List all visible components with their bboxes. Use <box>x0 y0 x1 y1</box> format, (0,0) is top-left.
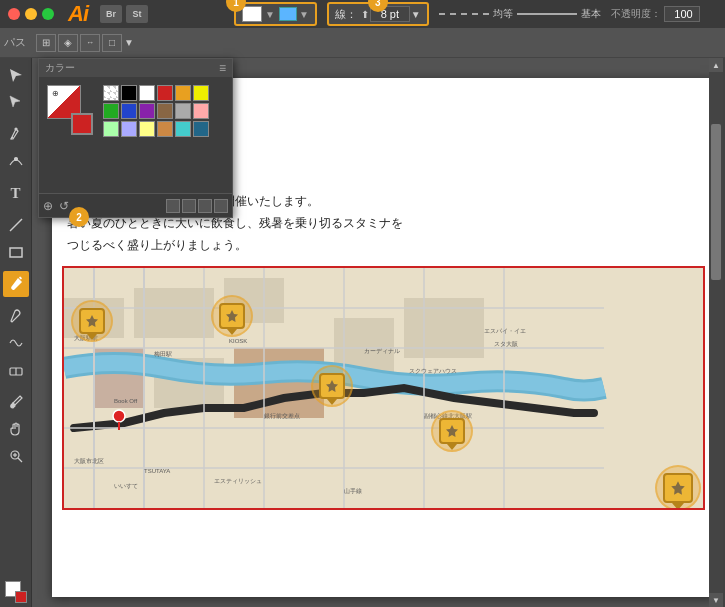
title-bar-icons: Br St <box>100 5 148 23</box>
view-dropdown[interactable]: ▼ <box>124 37 134 48</box>
hand-tool[interactable] <box>3 416 29 442</box>
swatches-title: カラー <box>45 61 75 75</box>
swatch-light-yellow[interactable] <box>139 121 155 137</box>
rect-tool[interactable] <box>3 239 29 265</box>
fill-stroke-indicator[interactable] <box>5 581 27 603</box>
select-tool[interactable] <box>3 62 29 88</box>
view-btn-3[interactable]: ↔ <box>80 34 100 52</box>
svg-text:大阪市北区: 大阪市北区 <box>74 457 104 464</box>
paintbrush-tool[interactable] <box>3 271 29 297</box>
scroll-track[interactable] <box>709 72 723 593</box>
svg-text:いいすて: いいすて <box>114 483 138 490</box>
map-pin-5[interactable] <box>663 473 693 503</box>
map-streets: 大阪駅前 梅田駅 Book Off KIOSK 銀行前交差点 カーディナル スク… <box>64 268 703 508</box>
swatch-brown[interactable] <box>157 103 173 119</box>
svg-point-1 <box>14 158 17 161</box>
expand-arrow: ▼ <box>265 9 275 20</box>
view-icons: ⊞ ◈ ↔ □ ▼ <box>36 34 134 52</box>
swatch-black[interactable] <box>121 85 137 101</box>
color-boxes <box>5 581 27 603</box>
type-icon: T <box>10 185 20 202</box>
swatch-light-blue[interactable] <box>121 121 137 137</box>
map-pin-1[interactable] <box>79 308 105 334</box>
swatch-list-icon[interactable] <box>182 199 196 213</box>
svg-rect-4 <box>18 276 22 280</box>
stroke-swatch[interactable] <box>71 113 93 135</box>
stroke-up[interactable]: ⬆ <box>361 9 369 20</box>
svg-text:エスパイ・イエ: エスパイ・イエ <box>484 328 526 334</box>
opacity-value[interactable]: 100 <box>664 6 700 22</box>
swatch-delete-icon[interactable] <box>214 199 228 213</box>
title-bar: Ai Br St 1 ▼ ▼ 3 線： ⬆ 8 pt ▼ 均等 基本 不透明度： <box>0 0 725 28</box>
pin-callout-5 <box>655 465 701 508</box>
vertical-scrollbar: ▲ ▼ <box>711 58 725 607</box>
eyedropper-tool[interactable] <box>3 389 29 415</box>
curvature-tool[interactable] <box>3 148 29 174</box>
pen-tool[interactable] <box>3 121 29 147</box>
align-label: 均等 <box>493 7 513 21</box>
swatch-tan[interactable] <box>157 121 173 137</box>
scroll-down-arrow[interactable]: ▼ <box>709 593 723 607</box>
app-logo: Ai <box>68 1 88 27</box>
map-pin-3[interactable] <box>319 373 345 399</box>
view-btn-2[interactable]: ◈ <box>58 34 78 52</box>
svg-text:KIOSK: KIOSK <box>229 338 247 344</box>
svg-line-8 <box>18 458 22 462</box>
badge-2: 2 <box>69 207 89 227</box>
swatch-cyan[interactable] <box>175 121 191 137</box>
left-toolbar: T <box>0 58 32 607</box>
svg-text:TSUTAYA: TSUTAYA <box>144 468 170 474</box>
swatch-gray[interactable] <box>175 103 191 119</box>
map-pin-2[interactable] <box>219 303 245 329</box>
stroke-dropdown-arrow[interactable]: ▼ <box>411 9 421 20</box>
swatch-purple[interactable] <box>139 103 155 119</box>
traffic-lights <box>8 8 54 20</box>
scroll-thumb[interactable] <box>711 124 721 280</box>
scroll-up-arrow[interactable]: ▲ <box>709 58 723 72</box>
eraser-tool[interactable] <box>3 357 29 383</box>
stroke-indicator <box>15 591 27 603</box>
stock-icon[interactable]: St <box>126 5 148 23</box>
swatch-green[interactable] <box>103 103 119 119</box>
svg-point-46 <box>113 410 125 422</box>
map-container: 大阪駅前 梅田駅 Book Off KIOSK 銀行前交差点 カーディナル スク… <box>62 266 705 510</box>
smooth-tool[interactable] <box>3 330 29 356</box>
swatches-menu-icon[interactable]: ≡ <box>219 61 226 75</box>
swatch-list <box>103 85 224 137</box>
maximize-button[interactable] <box>42 8 54 20</box>
swatch-none[interactable] <box>103 85 119 101</box>
view-btn-1[interactable]: ⊞ <box>36 34 56 52</box>
swatch-teal[interactable] <box>193 121 209 137</box>
stroke-color-box[interactable] <box>279 7 297 21</box>
line-tool[interactable] <box>3 212 29 238</box>
type-tool[interactable]: T <box>3 180 29 206</box>
minimize-button[interactable] <box>25 8 37 20</box>
view-btn-4[interactable]: □ <box>102 34 122 52</box>
zoom-tool[interactable] <box>3 443 29 469</box>
swatch-red[interactable] <box>157 85 173 101</box>
swatch-folder2-icon[interactable] <box>198 199 212 213</box>
swatch-light-green[interactable] <box>103 121 119 137</box>
swatch-white[interactable] <box>139 85 155 101</box>
map-pin-4[interactable] <box>439 418 465 444</box>
swatch-new-icon[interactable]: ⊕ <box>43 199 53 213</box>
fill-stroke-stack: ⊕ <box>47 85 97 135</box>
swatch-pink[interactable] <box>193 103 209 119</box>
close-button[interactable] <box>8 8 20 20</box>
swatch-blue[interactable] <box>121 103 137 119</box>
swatches-content: ⊕ <box>39 77 232 145</box>
svg-rect-13 <box>134 288 214 338</box>
swatch-yellow[interactable] <box>193 85 209 101</box>
bridge-icon[interactable]: Br <box>100 5 122 23</box>
solid-line-preview <box>517 13 577 15</box>
swatch-folder-icon[interactable]: ↺ <box>59 199 69 213</box>
swatch-orange[interactable] <box>175 85 191 101</box>
pencil-tool[interactable] <box>3 303 29 329</box>
direct-select-tool[interactable] <box>3 89 29 115</box>
dash-line-preview <box>439 13 489 15</box>
stroke-swatch-white[interactable] <box>242 6 262 22</box>
swatch-small-icon[interactable] <box>166 199 180 213</box>
svg-rect-19 <box>404 298 484 358</box>
dash-label: 基本 <box>581 7 601 21</box>
stroke-label: 線： <box>335 7 357 22</box>
